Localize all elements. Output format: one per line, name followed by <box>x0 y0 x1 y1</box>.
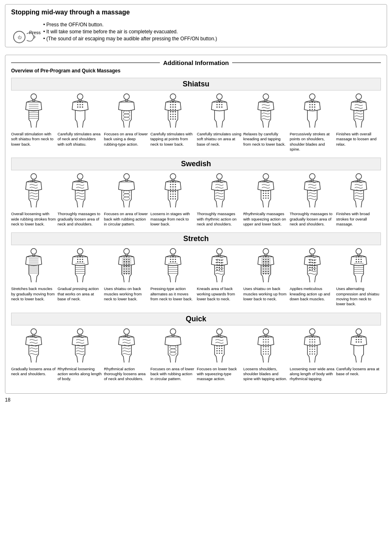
svg-point-19 <box>82 102 83 103</box>
svg-point-149 <box>309 174 315 179</box>
svg-point-385 <box>267 353 269 355</box>
svg-point-368 <box>263 341 264 343</box>
svg-point-401 <box>309 346 310 347</box>
svg-point-24 <box>79 107 81 108</box>
svg-point-307 <box>314 267 315 268</box>
massage-figure-3-4 <box>205 328 234 365</box>
svg-point-374 <box>263 346 264 347</box>
press-icon: ⏻ <box>11 25 27 40</box>
svg-point-255 <box>219 269 220 271</box>
svg-point-364 <box>267 337 269 338</box>
svg-point-209 <box>123 274 125 275</box>
svg-point-147 <box>265 198 266 199</box>
svg-point-51 <box>172 114 173 115</box>
svg-point-271 <box>267 264 269 265</box>
svg-point-102 <box>123 194 130 197</box>
svg-point-311 <box>356 248 362 254</box>
svg-point-121 <box>175 191 176 193</box>
svg-point-141 <box>265 193 266 194</box>
svg-point-304 <box>314 265 315 266</box>
category-block-shiatsu: ShiatsuOverall stimulation with soft shi… <box>11 78 381 152</box>
svg-point-88 <box>314 109 315 110</box>
svg-point-58 <box>175 118 176 120</box>
svg-point-225 <box>172 256 173 258</box>
svg-point-53 <box>170 116 171 117</box>
massage-desc-1-2: Focuses on area of lower back with rubbi… <box>104 211 149 227</box>
massage-item-3-6: Loosening over wide area along length of… <box>290 328 334 382</box>
svg-point-377 <box>263 348 264 350</box>
svg-point-66 <box>219 104 220 105</box>
svg-point-369 <box>265 341 266 343</box>
svg-point-62 <box>216 102 217 103</box>
svg-point-77 <box>309 102 310 103</box>
svg-point-110 <box>170 184 171 185</box>
svg-point-117 <box>172 189 173 190</box>
svg-point-211 <box>128 274 129 275</box>
svg-point-95 <box>77 174 83 179</box>
svg-point-352 <box>221 348 222 349</box>
category-header-shiatsu: Shiatsu <box>11 78 381 91</box>
svg-point-113 <box>170 186 171 188</box>
svg-point-21 <box>79 104 81 105</box>
svg-point-342 <box>170 349 176 352</box>
svg-point-248 <box>216 265 217 266</box>
svg-point-226 <box>175 256 176 258</box>
massage-figure-1-2 <box>112 173 141 210</box>
massage-figure-2-4 <box>205 248 234 285</box>
massage-figure-3-1 <box>65 328 95 365</box>
svg-point-249 <box>219 265 220 266</box>
svg-point-411 <box>311 353 313 355</box>
svg-point-303 <box>311 265 313 266</box>
massage-item-1-0: Overall loosening with wide rubbing stro… <box>11 173 56 227</box>
svg-point-269 <box>263 264 264 265</box>
massage-figure-1-1 <box>65 173 95 210</box>
massage-desc-1-7: Finishes with broad strokes for overall … <box>336 211 381 227</box>
massage-figure-1-7 <box>344 173 374 210</box>
svg-point-390 <box>311 337 313 338</box>
massage-desc-0-4: Carefully stimulates using soft shiatsu … <box>197 132 242 147</box>
massage-desc-0-3: Carefully stimulates with tapping at poi… <box>150 132 195 147</box>
page-wrapper: Stopping mid-way through a massage ⏻ Pre… <box>5 4 387 403</box>
svg-point-403 <box>314 346 315 347</box>
svg-point-316 <box>360 256 362 258</box>
svg-point-282 <box>265 274 266 275</box>
svg-point-423 <box>358 341 359 343</box>
massage-figure-1-0 <box>19 173 48 210</box>
svg-point-185 <box>124 248 129 254</box>
svg-point-140 <box>263 193 264 194</box>
svg-point-199 <box>128 264 129 265</box>
svg-point-63 <box>219 102 220 103</box>
svg-point-383 <box>263 353 264 355</box>
massage-desc-2-4: Kneads area of back working upwards from… <box>197 286 242 302</box>
massage-desc-0-1: Carefully stimulates area of neck and sh… <box>58 132 102 147</box>
massage-grid-quick: Gradually loosens area of neck and shoul… <box>11 328 381 382</box>
svg-point-22 <box>82 104 83 105</box>
massage-figure-0-4 <box>205 93 234 130</box>
svg-point-146 <box>263 198 264 199</box>
svg-point-301 <box>314 262 315 263</box>
svg-point-242 <box>216 260 217 261</box>
svg-point-247 <box>221 262 222 263</box>
svg-point-396 <box>311 341 313 343</box>
category-header-quick: Quick <box>11 313 381 325</box>
massage-item-0-7: Finishes with overall massage to loosen … <box>336 93 381 152</box>
svg-point-420 <box>358 339 359 340</box>
svg-point-54 <box>172 116 173 117</box>
svg-point-318 <box>358 259 359 260</box>
svg-point-228 <box>172 259 173 260</box>
svg-point-283 <box>267 274 269 275</box>
massage-grid-stretch: Stretches back muscles by gradually movi… <box>11 248 381 307</box>
svg-point-250 <box>221 265 222 266</box>
svg-point-26 <box>124 94 129 100</box>
svg-point-348 <box>219 345 220 346</box>
massage-desc-1-6: Thoroughly massages to gradually loosen … <box>290 211 334 227</box>
svg-point-252 <box>219 267 220 268</box>
svg-point-174 <box>79 259 81 260</box>
massage-desc-3-3: Focuses on area of lower back with rubbi… <box>150 367 195 382</box>
massage-item-3-1: Rhythmical loosening action works along … <box>58 328 102 382</box>
svg-point-78 <box>311 102 313 103</box>
svg-point-395 <box>309 341 310 343</box>
svg-point-46 <box>175 109 176 110</box>
svg-point-266 <box>263 261 264 262</box>
svg-point-85 <box>314 107 315 108</box>
